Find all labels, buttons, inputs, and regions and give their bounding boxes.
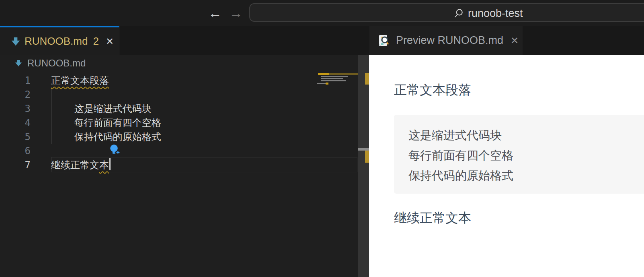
minimap-warning-line-dim[interactable] <box>329 73 358 75</box>
minimap-warning-line[interactable] <box>318 73 329 75</box>
markdown-file-icon <box>10 36 21 47</box>
tab-preview-runoob-md[interactable]: Preview RUNOOB.md ✕ <box>369 26 523 55</box>
markdown-preview-icon <box>377 34 390 48</box>
line-text: 这是缩进式代码块 <box>51 102 152 115</box>
vscode-window: ← → runoob-test RUNOOB.md 2 ✕ <box>0 0 644 277</box>
line-text: 继续正常文本 <box>51 158 111 172</box>
title-bar: ← → runoob-test <box>0 0 644 26</box>
line-number: 3 <box>0 103 31 114</box>
tab-problem-badge: 2 <box>93 35 98 48</box>
minimap-text-row[interactable] <box>317 83 326 84</box>
line-number: 2 <box>0 89 31 100</box>
lightbulb-sparkle-icon[interactable] <box>109 143 121 156</box>
minimap-text-row[interactable] <box>321 78 343 79</box>
editor-line[interactable]: 2 <box>0 87 358 101</box>
line-number: 4 <box>0 117 31 128</box>
line-text: 每行前面有四个空格 <box>51 116 161 129</box>
line-number: 5 <box>0 131 31 143</box>
tab-label: RUNOOB.md <box>25 35 88 48</box>
editor-line-current[interactable]: 7 继续正常文本 <box>0 158 358 172</box>
tab-label: Preview RUNOOB.md <box>396 34 503 47</box>
warning-marker <box>365 151 369 163</box>
line7-head: 继续正常文 <box>51 159 99 171</box>
back-button[interactable]: ← <box>206 4 224 22</box>
line-number-active: 7 <box>0 159 31 171</box>
markdown-file-icon <box>14 59 23 67</box>
tab-runoob-md[interactable]: RUNOOB.md 2 ✕ <box>0 26 119 55</box>
preview-code-line: 保持代码的原始格式 <box>408 165 644 186</box>
minimap-text-row[interactable] <box>321 76 348 77</box>
tab-close-icon[interactable]: ✕ <box>511 35 519 46</box>
preview-code-line: 每行前面有四个空格 <box>408 145 644 165</box>
editor-line[interactable]: 3 这是缩进式代码块 <box>0 101 358 116</box>
line-text-warning: 正常文本段落 <box>51 74 109 87</box>
forward-button[interactable]: → <box>227 4 245 22</box>
line7-tail-warning: 本 <box>99 159 109 171</box>
preview-code-line: 这是缩进式代码块 <box>408 125 644 145</box>
preview-paragraph: 正常文本段落 <box>394 81 471 99</box>
search-value: runoob-test <box>468 7 523 20</box>
editor-line[interactable]: 4 每行前面有四个空格 <box>0 116 358 130</box>
editor-line[interactable]: 1 正常文本段落 <box>0 73 358 87</box>
search-icon <box>453 8 464 19</box>
preview-paragraph: 继续正常文本 <box>394 209 471 227</box>
scrollbar-overview-ruler[interactable] <box>358 55 369 277</box>
editor-line[interactable]: 6 <box>0 144 358 158</box>
editor-lines: 1 正常文本段落 2 3 这是缩进式代码块 4 每行前面有四个空格 5 保持代码… <box>0 73 358 172</box>
editor-pane[interactable]: RUNOOB.md 1 正常文本段落 2 3 这是缩进式代码块 4 每行前面有四… <box>0 55 369 277</box>
minimap-warning-block[interactable] <box>326 83 328 85</box>
editor-tab-bar: RUNOOB.md 2 ✕ <box>0 26 368 55</box>
line-number: 6 <box>0 145 31 157</box>
preview-code-block: 这是缩进式代码块 每行前面有四个空格 保持代码的原始格式 <box>394 115 644 194</box>
preview-tab-bar: Preview RUNOOB.md ✕ <box>368 26 644 55</box>
markdown-preview-pane: 正常文本段落 这是缩进式代码块 每行前面有四个空格 保持代码的原始格式 继续正常… <box>369 55 644 277</box>
tab-close-icon[interactable]: ✕ <box>106 36 114 47</box>
minimap-text-row[interactable] <box>321 80 346 81</box>
search-content: runoob-test <box>453 7 523 20</box>
line-number: 1 <box>0 75 31 86</box>
breadcrumb[interactable]: RUNOOB.md <box>14 58 86 69</box>
command-center-search[interactable]: runoob-test <box>249 3 644 22</box>
warning-marker <box>365 73 369 85</box>
cursor-caret <box>109 158 111 170</box>
breadcrumb-file-label: RUNOOB.md <box>27 58 86 69</box>
